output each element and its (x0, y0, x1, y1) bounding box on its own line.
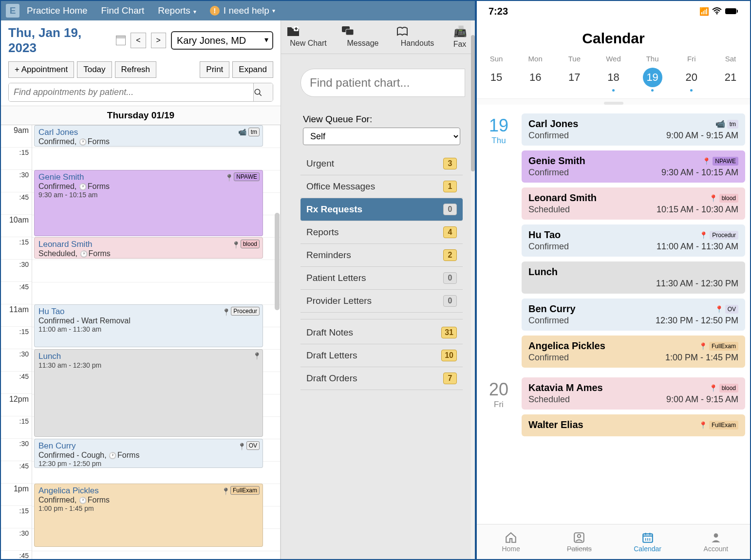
queue-item[interactable]: Draft Notes31 (300, 321, 463, 344)
mobile-appointment[interactable]: Walter Elias📍FullExam (522, 414, 745, 436)
patient-search-input[interactable] (300, 69, 465, 97)
provider-select[interactable]: Kary Jones, MD (171, 31, 273, 50)
prev-day-button[interactable]: < (131, 33, 146, 48)
week-day[interactable]: Wed18 (599, 55, 628, 92)
appointment-type-tag: NPAWE (234, 172, 260, 181)
new-chart-button[interactable]: New Chart (286, 25, 330, 49)
mobile-appointment[interactable]: Hu Tao📍ProcedurConfirmed11:00 AM - 11:30… (522, 224, 745, 257)
nav-reports[interactable]: Reports▾ (158, 5, 196, 16)
weekday-number: 15 (487, 68, 506, 87)
nav-help[interactable]: ! I need help ▾ (210, 5, 275, 16)
today-button[interactable]: Today (77, 61, 112, 78)
queue-item[interactable]: Reminders2 (300, 244, 463, 267)
add-appointment-button[interactable]: + Appointment (8, 61, 74, 78)
mobile-appointment[interactable]: Genie Smith📍NPAWEConfirmed9:30 AM - 10:1… (522, 150, 745, 183)
print-button[interactable]: Print (200, 61, 229, 78)
nav-practice-home[interactable]: Practice Home (27, 5, 88, 16)
queue-item-label: Office Messages (306, 181, 375, 192)
video-icon: 📹 (715, 119, 725, 129)
appointment-type-tag: blood (241, 240, 260, 248)
app-logo: E (6, 4, 19, 18)
appointment-type-tag: FullExam (230, 486, 260, 495)
tab-patients[interactable]: Patients (545, 524, 613, 559)
weekday-number: 16 (526, 68, 545, 87)
queue-item[interactable]: Rx Requests0 (300, 198, 463, 221)
calendar-body[interactable]: 9am:15:30:4510am:15:30:4511am:15:30:4512… (1, 125, 281, 559)
next-day-button[interactable]: > (151, 33, 166, 48)
scrollbar-thumb[interactable] (275, 213, 280, 310)
mobile-app: 7:23 📶 Calendar Sun15Mon16Tue17Wed18Thu1… (476, 1, 750, 559)
appointment-event[interactable]: Lunch11:30 am - 12:30 pm (34, 349, 263, 437)
time-slot: :30 (1, 528, 32, 551)
pin-icon: 📍 (709, 194, 717, 202)
patient-name: Walter Elias (528, 419, 583, 430)
queue-item-count: 0 (443, 272, 457, 284)
queue-item-count: 10 (441, 350, 457, 361)
appointment-event[interactable]: 📹tmCarl JonesConfirmed, Forms (34, 125, 263, 147)
day-label: 19Thu (482, 113, 516, 368)
appointment-event[interactable]: NPAWEGenie SmithConfirmed, Forms9:30 am … (34, 170, 263, 236)
week-day[interactable]: Tue17 (560, 55, 589, 92)
warning-icon: ! (210, 6, 220, 16)
tab-account[interactable]: Account (682, 524, 750, 559)
queue-item[interactable]: Office Messages1 (300, 175, 463, 198)
mobile-event-list[interactable]: 19ThuCarl Jones📹tmConfirmed9:00 AM - 9:1… (477, 105, 750, 524)
time-slot: :45 (1, 551, 32, 559)
queue-item[interactable]: Provider Letters0 (300, 290, 463, 313)
queue-item[interactable]: Urgent3 (300, 152, 463, 175)
tab-calendar[interactable]: Calendar (614, 524, 682, 559)
search-button[interactable] (253, 83, 273, 101)
week-day[interactable]: Sat21 (716, 55, 745, 92)
appointment-event[interactable]: ProcedurHu TaoConfirmed - Wart Removal11… (34, 304, 263, 347)
calendar-icon[interactable] (116, 36, 126, 45)
appointment-status: Confirmed (528, 316, 569, 326)
week-day[interactable]: Mon16 (521, 55, 550, 92)
appointment-type-tag: tm (727, 120, 738, 129)
week-day[interactable]: Thu19 (638, 55, 667, 92)
appointment-search-input[interactable] (9, 83, 253, 101)
time-slot: :45 (1, 461, 32, 484)
appointment-time: 9:00 AM - 9:15 AM (666, 394, 738, 405)
svg-rect-7 (737, 10, 738, 13)
signal-icon: 📶 (699, 7, 709, 16)
queue-item[interactable]: Reports4 (300, 221, 463, 244)
panel-scrollbar-thumb[interactable] (471, 35, 475, 171)
time-slot: :45 (1, 282, 32, 304)
book-icon (395, 25, 439, 37)
mobile-appointment[interactable]: Angelica Pickles📍FullExamConfirmed1:00 P… (522, 336, 745, 368)
queue-select[interactable]: Self (303, 128, 460, 145)
appointment-status: Confirmed - Wart Removal (38, 317, 259, 325)
mobile-appointment[interactable]: Ben Curry📍OVConfirmed12:30 PM - 12:50 PM (522, 299, 745, 331)
appointment-status: Scheduled (528, 394, 570, 405)
mobile-appointment[interactable]: Katavia M Ames📍bloodScheduled9:00 AM - 9… (522, 377, 745, 410)
appointment-type-tag: Procedur (710, 231, 738, 240)
fax-button[interactable]: 📠 Fax (450, 25, 469, 49)
week-day[interactable]: Fri20 (677, 55, 706, 92)
appointment-status: Confirmed (528, 131, 569, 141)
weekday-name: Tue (560, 55, 589, 63)
queue-item[interactable]: Patient Letters0 (300, 267, 463, 290)
appointment-event[interactable]: bloodLeonard SmithScheduled, Forms (34, 237, 263, 259)
fax-icon: 📠 (450, 25, 469, 38)
week-day[interactable]: Sun15 (482, 55, 511, 92)
queue-item-count: 3 (443, 158, 457, 169)
mobile-appointment[interactable]: Carl Jones📹tmConfirmed9:00 AM - 9:15 AM (522, 113, 745, 146)
pin-icon (222, 487, 228, 494)
appointment-event[interactable]: FullExamAngelica PicklesConfirmed, Forms… (34, 484, 263, 547)
expand-button[interactable]: Expand (232, 61, 273, 78)
tab-home[interactable]: Home (477, 524, 545, 559)
patient-name: Ben Curry (528, 303, 576, 315)
message-button[interactable]: Message (341, 25, 385, 49)
mobile-appointment[interactable]: Lunch11:30 AM - 12:30 PM (522, 261, 745, 294)
queue-item-count: 4 (443, 226, 457, 238)
mobile-title: Calendar (477, 21, 750, 51)
event-dot (651, 89, 654, 92)
video-icon: 📹 (238, 128, 246, 136)
appointment-event[interactable]: OVBen CurryConfirmed - Cough, Forms12:30… (34, 439, 263, 468)
nav-find-chart[interactable]: Find Chart (101, 5, 145, 16)
mobile-appointment[interactable]: Leonard Smith📍bloodScheduled10:15 AM - 1… (522, 187, 745, 220)
handouts-button[interactable]: Handouts (395, 25, 439, 49)
queue-item[interactable]: Draft Orders7 (300, 367, 463, 390)
queue-item[interactable]: Draft Letters10 (300, 344, 463, 367)
refresh-button[interactable]: Refresh (115, 61, 157, 78)
